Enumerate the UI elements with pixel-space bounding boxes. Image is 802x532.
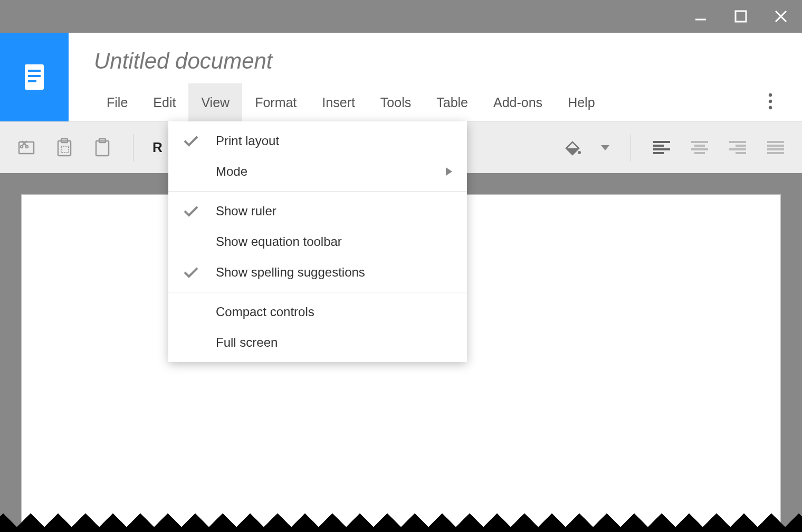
- clipboard-icon: [94, 138, 111, 158]
- svg-rect-28: [729, 141, 746, 143]
- submenu-arrow-icon: [446, 167, 452, 176]
- svg-rect-34: [767, 148, 784, 150]
- menu-item-show-ruler[interactable]: Show ruler: [168, 196, 467, 226]
- align-right-icon: [729, 141, 746, 155]
- svg-rect-30: [729, 148, 746, 150]
- menu-item-full-screen[interactable]: Full screen: [168, 327, 467, 358]
- menu-item-label: Mode: [209, 164, 446, 179]
- menu-item-mode[interactable]: Mode: [168, 156, 467, 187]
- check-icon: [183, 266, 209, 279]
- menu-divider: [168, 292, 467, 292]
- paint-bucket-icon: [563, 139, 582, 157]
- svg-point-9: [769, 100, 772, 103]
- menu-item-label: Print layout: [209, 134, 452, 148]
- cut-icon: [17, 139, 35, 157]
- svg-point-12: [21, 145, 23, 148]
- menu-item-compact-controls[interactable]: Compact controls: [168, 297, 467, 327]
- more-vertical-icon: [768, 93, 772, 110]
- svg-rect-23: [653, 152, 664, 154]
- menu-item-label: Show equation toolbar: [209, 234, 452, 249]
- document-title[interactable]: Untitled document: [94, 49, 802, 74]
- svg-rect-16: [61, 146, 69, 153]
- svg-rect-33: [767, 145, 784, 147]
- close-button[interactable]: [770, 6, 791, 27]
- toolbar-separator: [631, 134, 631, 162]
- svg-rect-22: [653, 148, 670, 150]
- svg-rect-21: [653, 145, 664, 147]
- menu-addons[interactable]: Add-ons: [481, 83, 555, 121]
- minimize-button[interactable]: [690, 6, 711, 27]
- menu-item-label: Show spelling suggestions: [209, 265, 452, 280]
- menu-edit[interactable]: Edit: [140, 83, 188, 121]
- align-justify-button[interactable]: [764, 136, 787, 159]
- svg-rect-26: [691, 148, 708, 150]
- caret-down-icon: [601, 145, 609, 150]
- fill-color-button[interactable]: [561, 136, 584, 159]
- align-center-icon: [691, 141, 708, 155]
- docs-logo[interactable]: [0, 33, 69, 121]
- app-header: Untitled document File Edit View Format …: [0, 33, 802, 121]
- menu-divider: [168, 191, 467, 192]
- svg-rect-35: [767, 152, 784, 154]
- align-left-icon: [653, 141, 670, 155]
- document-icon: [23, 62, 46, 92]
- svg-rect-24: [691, 141, 708, 143]
- svg-rect-7: [28, 80, 36, 82]
- svg-point-19: [578, 151, 581, 154]
- svg-rect-31: [736, 152, 746, 154]
- window-titlebar: [0, 0, 802, 33]
- align-left-button[interactable]: [650, 136, 673, 159]
- clipboard-dashed-icon: [55, 138, 73, 158]
- menu-tools[interactable]: Tools: [368, 83, 424, 121]
- menu-view[interactable]: View: [188, 83, 242, 121]
- menu-insert[interactable]: Insert: [309, 83, 368, 121]
- menu-item-label: Full screen: [209, 335, 452, 350]
- paste-button[interactable]: [91, 136, 114, 159]
- more-menu-button[interactable]: [760, 91, 781, 112]
- menu-item-print-layout[interactable]: Print layout: [168, 126, 467, 156]
- check-icon: [183, 135, 209, 147]
- svg-point-10: [769, 106, 772, 109]
- svg-rect-25: [694, 145, 705, 147]
- menu-item-show-equation-toolbar[interactable]: Show equation toolbar: [168, 226, 467, 257]
- fill-color-dropdown[interactable]: [599, 136, 612, 159]
- menu-file[interactable]: File: [94, 83, 140, 121]
- menu-help[interactable]: Help: [555, 83, 607, 121]
- toolbar-separator: [133, 134, 133, 162]
- svg-rect-5: [28, 70, 41, 72]
- menu-table[interactable]: Table: [424, 83, 481, 121]
- check-icon: [183, 205, 209, 217]
- svg-point-13: [26, 145, 28, 148]
- align-right-button[interactable]: [726, 136, 749, 159]
- torn-edge-decoration: [0, 511, 802, 532]
- paste-special-button[interactable]: [53, 136, 76, 159]
- view-menu-dropdown: Print layout Mode Show ruler Show equati…: [168, 121, 467, 362]
- menu-item-label: Compact controls: [209, 305, 452, 319]
- svg-rect-29: [736, 145, 746, 147]
- align-center-button[interactable]: [688, 136, 711, 159]
- menubar: File Edit View Format Insert Tools Table…: [94, 83, 802, 121]
- menu-format[interactable]: Format: [242, 83, 309, 121]
- align-justify-icon: [767, 141, 784, 155]
- maximize-button[interactable]: [730, 6, 751, 27]
- menu-item-show-spelling[interactable]: Show spelling suggestions: [168, 257, 467, 288]
- svg-rect-32: [767, 141, 784, 143]
- svg-rect-27: [694, 152, 705, 154]
- menu-item-label: Show ruler: [209, 204, 452, 218]
- svg-rect-6: [28, 75, 41, 77]
- svg-rect-20: [653, 141, 670, 143]
- cut-button[interactable]: [15, 136, 38, 159]
- toolbar-r-label: R: [152, 139, 163, 156]
- svg-rect-1: [736, 11, 746, 22]
- svg-point-8: [769, 93, 772, 97]
